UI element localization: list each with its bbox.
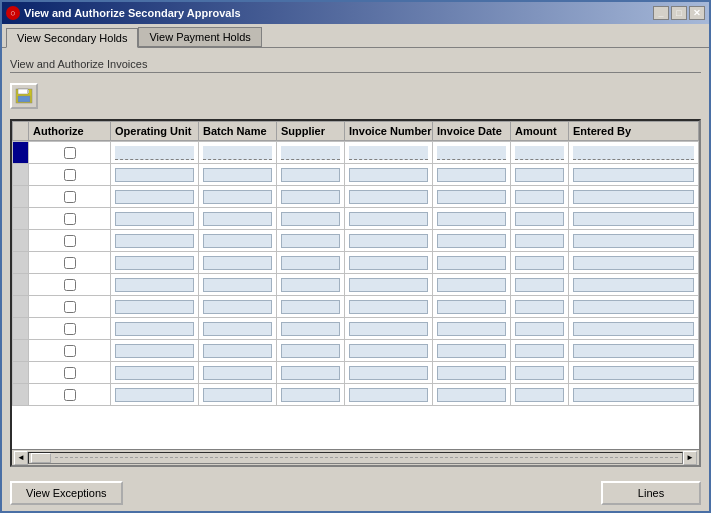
window-title: View and Authorize Secondary Approvals [24,7,241,19]
cell-invnum [345,142,433,164]
maximize-button[interactable]: □ [671,6,687,20]
cell-opunit [111,164,199,186]
authorize-checkbox[interactable] [64,323,76,335]
authorize-checkbox[interactable] [64,257,76,269]
cell-authorize[interactable] [29,296,111,318]
authorize-checkbox[interactable] [64,235,76,247]
cell-opunit [111,384,199,406]
cell-amount [511,208,569,230]
scroll-right-button[interactable]: ► [683,451,697,465]
scroll-track-dots [55,457,678,458]
cell-batch [199,296,277,318]
cell-opunit [111,186,199,208]
minimize-button[interactable]: _ [653,6,669,20]
cell-invdate [433,384,511,406]
cell-batch [199,252,277,274]
cell-enteredby [569,142,699,164]
authorize-checkbox[interactable] [64,389,76,401]
close-button[interactable]: ✕ [689,6,705,20]
cell-amount [511,164,569,186]
cell-opunit [111,252,199,274]
cell-invdate [433,340,511,362]
cell-amount [511,252,569,274]
tab-secondary-holds[interactable]: View Secondary Holds [6,28,138,48]
tab-payment-holds[interactable]: View Payment Holds [138,27,261,47]
cell-enteredby [569,274,699,296]
view-exceptions-button[interactable]: View Exceptions [10,481,123,505]
cell-authorize[interactable] [29,384,111,406]
row-selector [13,362,29,384]
cell-authorize[interactable] [29,208,111,230]
cell-authorize[interactable] [29,252,111,274]
cell-supplier [277,274,345,296]
row-selector [13,230,29,252]
cell-authorize[interactable] [29,274,111,296]
cell-enteredby [569,186,699,208]
table-row [13,296,699,318]
cell-invdate [433,252,511,274]
authorize-checkbox[interactable] [64,169,76,181]
cell-batch [199,186,277,208]
cell-enteredby [569,208,699,230]
cell-opunit [111,208,199,230]
scroll-left-button[interactable]: ◄ [14,451,28,465]
cell-enteredby [569,164,699,186]
cell-amount [511,318,569,340]
authorize-checkbox[interactable] [64,147,76,159]
row-selector [13,274,29,296]
cell-batch [199,362,277,384]
authorize-checkbox[interactable] [64,301,76,313]
row-selector [13,164,29,186]
cell-supplier [277,318,345,340]
cell-authorize[interactable] [29,142,111,164]
cell-batch [199,340,277,362]
cell-invnum [345,186,433,208]
authorize-checkbox[interactable] [64,345,76,357]
cell-invnum [345,340,433,362]
save-button[interactable] [10,83,38,109]
table-header: Authorize Operating Unit Batch Name Supp… [12,121,699,141]
cell-authorize[interactable] [29,318,111,340]
horizontal-scrollbar[interactable]: ◄ ► [12,449,699,465]
authorize-checkbox[interactable] [64,213,76,225]
row-selector [13,252,29,274]
authorize-checkbox[interactable] [64,191,76,203]
cell-authorize[interactable] [29,340,111,362]
cell-authorize[interactable] [29,230,111,252]
cell-authorize[interactable] [29,164,111,186]
scrollbar-thumb[interactable] [31,453,51,463]
content-area: View and Authorize Invoices [2,48,709,475]
col-batch-header: Batch Name [199,122,277,141]
cell-invnum [345,274,433,296]
cell-amount [511,296,569,318]
col-selector-header [13,122,29,141]
cell-invnum [345,384,433,406]
cell-enteredby [569,340,699,362]
table-row [13,362,699,384]
table-row [13,252,699,274]
scrollbar-track[interactable] [28,452,683,464]
cell-batch [199,274,277,296]
table-row [13,208,699,230]
authorize-checkbox[interactable] [64,367,76,379]
cell-supplier [277,252,345,274]
cell-authorize[interactable] [29,362,111,384]
cell-authorize[interactable] [29,186,111,208]
lines-button[interactable]: Lines [601,481,701,505]
cell-enteredby [569,252,699,274]
col-authorize-header: Authorize [29,122,111,141]
row-selector [13,208,29,230]
row-selector [13,340,29,362]
authorize-checkbox[interactable] [64,279,76,291]
cell-invnum [345,296,433,318]
cell-opunit [111,340,199,362]
table-row [13,186,699,208]
title-controls[interactable]: _ □ ✕ [653,6,705,20]
cell-supplier [277,208,345,230]
table-row [13,384,699,406]
cell-invnum [345,230,433,252]
row-selector [13,296,29,318]
tab-bar: View Secondary Holds View Payment Holds [2,24,709,48]
cell-invnum [345,208,433,230]
cell-enteredby [569,230,699,252]
